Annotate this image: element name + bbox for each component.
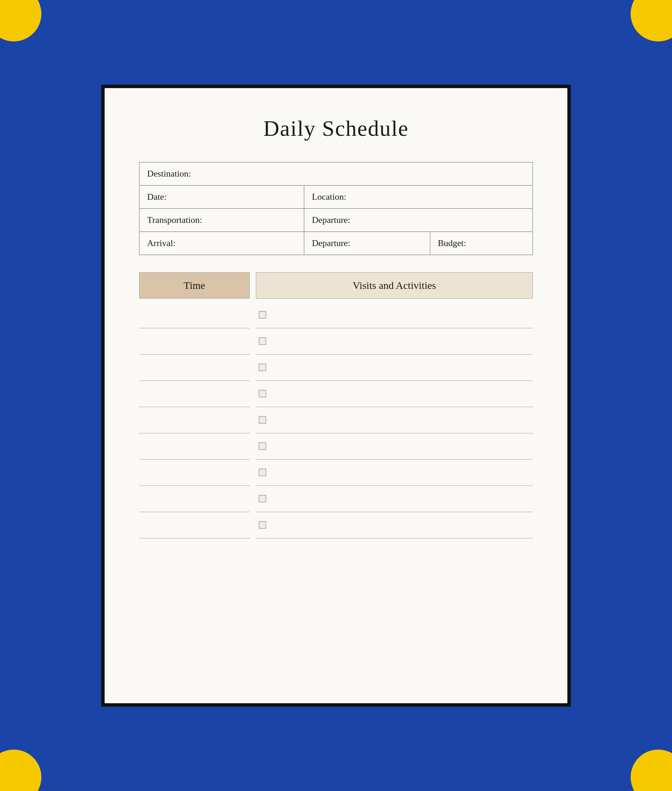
date-label: Date: — [147, 192, 166, 202]
activities-column-header: Visits and Activities — [256, 272, 533, 298]
departure-col3-label: Departure: — [312, 238, 350, 248]
arrival-label: Arrival: — [147, 238, 175, 248]
location-label: Location: — [312, 192, 346, 202]
checkbox-icon[interactable] — [259, 337, 266, 345]
schedule-header: Time Visits and Activities — [139, 272, 533, 298]
time-row — [139, 433, 250, 460]
checkbox-icon[interactable] — [259, 390, 266, 397]
schedule-rows — [139, 302, 533, 538]
schedule-section: Time Visits and Activities — [139, 272, 533, 538]
destination-label: Destination: — [147, 168, 191, 179]
time-column-header: Time — [139, 272, 250, 298]
transportation-label: Transportation: — [147, 215, 202, 225]
checkbox-icon[interactable] — [259, 442, 266, 450]
checkbox-icon[interactable] — [259, 416, 266, 424]
time-row — [139, 460, 250, 486]
time-column — [139, 302, 250, 538]
checkbox-icon[interactable] — [259, 521, 266, 529]
corner-arc-tr — [630, 0, 672, 42]
activity-row — [256, 381, 533, 407]
corner-arc-tl — [0, 0, 42, 42]
budget-label: Budget: — [438, 238, 466, 248]
activity-row — [256, 407, 533, 433]
document: Daily Schedule Destination: Date: Locati… — [105, 88, 567, 703]
time-row — [139, 328, 250, 355]
activity-row — [256, 328, 533, 355]
page-title: Daily Schedule — [139, 116, 533, 141]
activity-row — [256, 486, 533, 512]
budget-cell: Budget: — [430, 231, 533, 255]
transportation-cell: Transportation: — [139, 209, 304, 231]
time-row — [139, 512, 250, 538]
time-row — [139, 486, 250, 512]
checkbox-icon[interactable] — [259, 469, 266, 476]
document-wrapper: Daily Schedule Destination: Date: Locati… — [101, 85, 571, 707]
corner-arc-bl — [0, 749, 42, 791]
activity-row — [256, 355, 533, 381]
departure-col2-label: Departure: — [312, 215, 350, 225]
activity-row — [256, 433, 533, 460]
arrival-cell: Arrival: — [139, 231, 304, 255]
activity-row — [256, 512, 533, 538]
activity-row — [256, 460, 533, 486]
time-row — [139, 302, 250, 328]
checkbox-icon[interactable] — [259, 364, 266, 371]
time-row — [139, 407, 250, 433]
departure2-cell: Departure: — [304, 231, 430, 255]
time-row — [139, 381, 250, 407]
info-table: Destination: Date: Location: Transportat… — [139, 162, 533, 255]
corner-arc-br — [630, 749, 672, 791]
date-cell: Date: — [139, 185, 304, 209]
destination-cell: Destination: — [139, 162, 533, 185]
time-row — [139, 355, 250, 381]
activity-row — [256, 302, 533, 328]
checkbox-icon[interactable] — [259, 495, 266, 502]
checkbox-icon[interactable] — [259, 311, 266, 319]
location-cell: Location: — [304, 185, 533, 209]
activities-column — [256, 302, 533, 538]
departure-cell: Departure: — [304, 209, 533, 231]
